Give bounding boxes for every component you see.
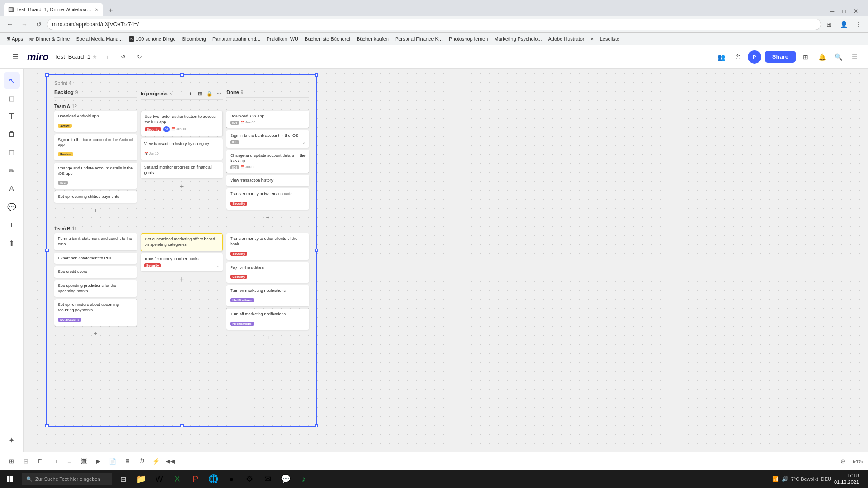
timer-icon[interactable]: ⏱	[731, 51, 744, 63]
card-transfer-other-clients[interactable]: Transfer money to other clients of the b…	[226, 233, 309, 259]
card-change-account-ios[interactable]: Change and update account details in the…	[54, 163, 137, 189]
in-progress-action-more[interactable]: ···	[215, 89, 223, 98]
bookmark-marketing[interactable]: Marketing Psycholo...	[491, 35, 544, 42]
taskbar-network-icon[interactable]: 📶	[772, 476, 779, 482]
left-sidebar-toggle[interactable]: ☰	[7, 49, 24, 65]
minimize-button[interactable]: ─	[827, 6, 837, 16]
bottom-image-icon[interactable]: 🖼	[78, 455, 90, 467]
bottom-screen-icon[interactable]: 🖥	[121, 455, 133, 467]
bottom-bolt-icon[interactable]: ⚡	[150, 455, 162, 467]
bookmark-photoshop[interactable]: Photoshop lernen	[446, 35, 491, 42]
bookmark-social[interactable]: Social Media Mana...	[73, 35, 125, 42]
zoom-target-icon[interactable]: ⊕	[837, 455, 849, 467]
chat-taskbar[interactable]: 💬	[277, 470, 295, 488]
user-avatar[interactable]: P	[748, 50, 761, 64]
profile-icon[interactable]: 👤	[837, 18, 850, 31]
music-taskbar[interactable]: ♪	[295, 470, 313, 488]
in-progress-add-button[interactable]: +	[141, 181, 223, 192]
bottom-doc-icon[interactable]: 📄	[107, 455, 118, 467]
bookmark-bucher[interactable]: Bücher kaufen	[354, 35, 392, 42]
bottom-list-icon[interactable]: ≡	[63, 455, 75, 467]
bottom-collapse-icon[interactable]: ◀◀	[165, 455, 176, 467]
card-marketing-notif-off[interactable]: Turn off marketing notifications Notific…	[226, 309, 309, 330]
bottom-frame-icon[interactable]: ⊟	[20, 455, 32, 467]
card-download-ios[interactable]: Download iOS app iOS 📅 Jun 03	[226, 111, 309, 128]
taskbar-datetime[interactable]: 17:18 01.12.2021	[834, 472, 859, 486]
card-download-android[interactable]: Download Android app Active	[54, 111, 137, 132]
bottom-rect-icon[interactable]: □	[49, 455, 61, 467]
forward-button[interactable]: →	[18, 18, 31, 31]
undo-button[interactable]: ↺	[117, 51, 130, 63]
taskbar-weather[interactable]: 7°C Bewölkt	[791, 476, 818, 482]
maximize-button[interactable]: □	[839, 6, 849, 16]
settings-taskbar[interactable]: ⚙	[241, 470, 259, 488]
bottom-timer-icon[interactable]: ⏱	[136, 455, 147, 467]
close-button[interactable]: ✕	[851, 6, 861, 16]
canvas-area[interactable]: Sprint 4 Backlog 9 In progress	[24, 69, 868, 452]
magic-tool[interactable]: ✦	[4, 432, 20, 448]
card-two-factor[interactable]: Use two-factor authentication to access …	[141, 111, 223, 136]
pen-tool[interactable]: ✏	[4, 163, 20, 179]
collaborators-icon[interactable]: 👥	[715, 51, 728, 63]
browser2-taskbar[interactable]: 🌐	[204, 470, 222, 488]
new-tab-button[interactable]: +	[105, 5, 117, 16]
card-financial-goals[interactable]: Set and monitor progress on financial go…	[141, 162, 223, 178]
bookmark-bucherliste[interactable]: Bücherliste Bücherei	[302, 35, 353, 42]
card-marketing-notif-on[interactable]: Turn on marketing notifications Notifica…	[226, 285, 309, 306]
bottom-video-icon[interactable]: ▶	[92, 455, 104, 467]
excel-taskbar[interactable]: X	[168, 470, 186, 488]
notification-icon[interactable]: 🔔	[816, 51, 828, 63]
grid-view-icon[interactable]: ⊞	[799, 51, 812, 63]
bookmark-100[interactable]: B 100 schöne Dinge	[126, 35, 179, 42]
search-icon[interactable]: 🔍	[832, 51, 844, 63]
active-tab[interactable]: 🔲 Test_Board_1, Online Whiteboard... ✕	[4, 3, 103, 16]
card-export-pdf[interactable]: Export bank statement to PDF	[54, 253, 137, 264]
mail-taskbar[interactable]: ✉	[259, 470, 277, 488]
task-view-button[interactable]: ⊟	[114, 470, 132, 488]
word-taskbar[interactable]: W	[150, 470, 168, 488]
expand-icon-2[interactable]: ⌄	[216, 263, 219, 268]
card-sign-in-android[interactable]: Sign in to the bank account in the Andro…	[54, 134, 137, 160]
zoom-level[interactable]: 64%	[853, 459, 863, 464]
upload-tool[interactable]: ⬆	[4, 235, 20, 251]
sidebar-toggle-icon[interactable]: ☰	[848, 51, 861, 63]
refresh-button[interactable]: ↺	[33, 18, 45, 31]
bottom-grid-icon[interactable]: ⊞	[5, 455, 17, 467]
card-view-transaction-history[interactable]: View transaction history	[226, 175, 309, 187]
select-tool[interactable]: ↖	[4, 72, 20, 89]
bookmark-praktikum[interactable]: Praktikum WU	[264, 35, 301, 42]
in-progress-action-lock[interactable]: 🔒	[205, 89, 213, 98]
apps-tool[interactable]: +	[4, 217, 20, 233]
extensions-icon[interactable]: ⊞	[823, 18, 835, 31]
show-desktop[interactable]	[862, 470, 864, 488]
bookmark-more[interactable]: »	[588, 35, 596, 42]
bookmark-dinner[interactable]: 🍽 Dinner & Crime	[27, 35, 72, 42]
card-spending-predictions[interactable]: See spending predictions for the upcomin…	[54, 280, 137, 297]
bookmark-leseliste[interactable]: Leseliste	[597, 35, 622, 42]
team-b-done-add[interactable]: +	[226, 332, 309, 343]
more-tools[interactable]: A	[4, 181, 20, 197]
chrome-taskbar[interactable]: ●	[222, 470, 241, 488]
redo-button[interactable]: ↻	[133, 51, 146, 63]
bottom-sticky-icon[interactable]: 🗒	[34, 455, 46, 467]
bookmark-bloomberg[interactable]: Bloomberg	[179, 35, 209, 42]
card-recurring-utilities[interactable]: Set up recurring utilities payments	[54, 191, 137, 203]
bookmark-finance[interactable]: Personal Finance K...	[392, 35, 445, 42]
menu-icon[interactable]: ⋮	[852, 18, 864, 31]
start-button[interactable]	[0, 470, 20, 488]
team-b-in-progress-add[interactable]: +	[141, 273, 223, 284]
backlog-add-button[interactable]: +	[54, 205, 137, 216]
taskbar-volume-icon[interactable]: 🔊	[782, 476, 788, 482]
explorer-taskbar[interactable]: 📁	[132, 470, 150, 488]
card-view-transaction-category[interactable]: View transaction history by category 📅 J…	[141, 138, 223, 160]
address-bar[interactable]: miro.com/app/board/uXjVOeTrz74=/	[47, 19, 821, 30]
card-change-account-done[interactable]: Change and update account details in the…	[226, 150, 309, 172]
tab-close-icon[interactable]: ✕	[95, 7, 99, 12]
card-bank-statement-email[interactable]: Form a bank statement and send it to the…	[54, 233, 137, 250]
powerpoint-taskbar[interactable]: P	[186, 470, 204, 488]
card-sign-in-ios[interactable]: Sign in to the bank account in the iOS i…	[226, 130, 309, 148]
text-tool[interactable]: T	[4, 108, 20, 125]
in-progress-action-add[interactable]: +	[186, 89, 194, 98]
back-button[interactable]: ←	[4, 18, 16, 31]
expand-icon[interactable]: ⌄	[302, 140, 306, 145]
